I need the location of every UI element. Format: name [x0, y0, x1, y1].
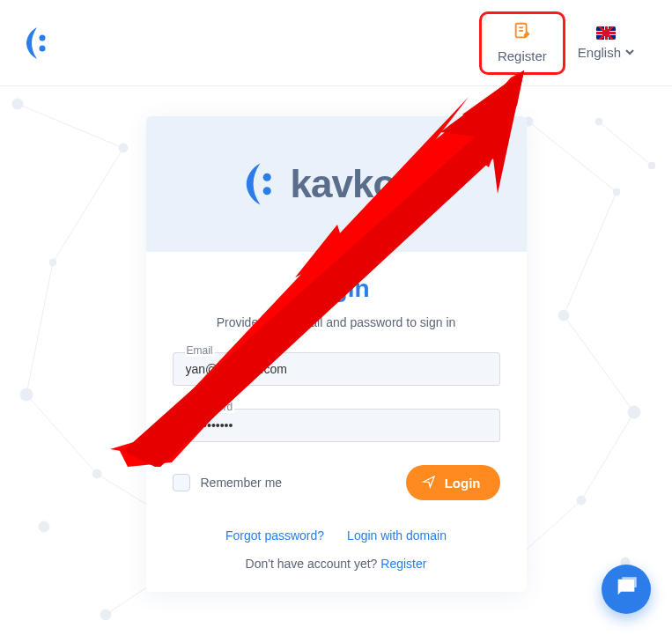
- login-button-label: Login: [445, 476, 481, 491]
- brand-logo-large-icon: [243, 161, 282, 207]
- svg-point-30: [40, 45, 46, 51]
- brand-logo-icon: [25, 26, 53, 61]
- email-field-wrapper: Email: [173, 352, 500, 386]
- svg-point-35: [262, 187, 270, 195]
- register-nav-label: Register: [498, 48, 547, 63]
- chat-fab-button[interactable]: [602, 565, 651, 614]
- header: Register English: [0, 0, 672, 86]
- remember-checkbox[interactable]: [173, 474, 190, 491]
- login-title: Login: [173, 275, 500, 303]
- forgot-password-link[interactable]: Forgot password?: [225, 528, 324, 543]
- language-label: English: [578, 45, 621, 60]
- signup-prompt-row: Don't have account yet? Register: [173, 557, 500, 571]
- brand-banner: kavkom: [146, 116, 527, 252]
- register-icon: [513, 21, 532, 43]
- email-label: Email: [185, 344, 215, 357]
- email-input[interactable]: [173, 352, 500, 386]
- chevron-down-icon: [624, 45, 635, 60]
- register-nav-button[interactable]: Register: [479, 11, 565, 75]
- login-with-domain-link[interactable]: Login with domain: [347, 528, 447, 543]
- register-link[interactable]: Register: [380, 557, 426, 571]
- main: kavkom Login Provide your e-mail and pas…: [0, 86, 672, 592]
- brand-name: kavkom: [291, 162, 430, 206]
- password-field-wrapper: Password: [173, 409, 500, 442]
- uk-flag-icon: [596, 26, 616, 40]
- signup-prompt: Don't have account yet?: [246, 557, 381, 571]
- remember-label: Remember me: [201, 476, 283, 490]
- svg-point-29: [40, 34, 46, 41]
- password-label: Password: [185, 401, 235, 413]
- login-button[interactable]: Login: [406, 465, 500, 500]
- svg-point-18: [100, 609, 111, 620]
- login-card: kavkom Login Provide your e-mail and pas…: [146, 116, 527, 592]
- login-subtitle: Provide your e-mail and password to sign…: [173, 315, 500, 329]
- send-icon: [422, 475, 436, 491]
- chat-bubble-icon: [614, 575, 639, 603]
- password-input[interactable]: [173, 409, 500, 442]
- language-selector[interactable]: English: [565, 19, 647, 67]
- svg-point-34: [262, 174, 270, 181]
